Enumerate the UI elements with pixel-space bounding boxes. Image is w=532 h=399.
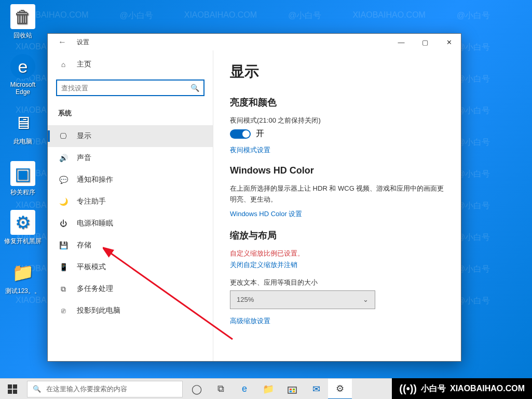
advanced-scale-link[interactable]: 高级缩放设置 (230, 316, 444, 326)
scale-value: 125% (237, 296, 254, 303)
night-light-toggle[interactable]: 开 (230, 128, 444, 139)
icon-label: Microsoft Edge (3, 81, 43, 96)
scale-select[interactable]: 125% ⌄ (230, 290, 375, 309)
brand-badge: ((•)) 小白号 XIAOBAIHAO.COM (392, 378, 532, 399)
edge-icon: e (10, 54, 35, 79)
svg-rect-7 (293, 389, 295, 390)
scale-label: 更改文本、应用等项目的大小 (230, 278, 444, 287)
nav-item-icon: ⏻ (58, 219, 69, 228)
desktop-icon-app1[interactable]: ▣ 秒关程序 (3, 161, 43, 197)
svg-rect-6 (290, 389, 292, 390)
icon-label: 此电脑 (3, 137, 43, 146)
brightness-heading: 亮度和颜色 (230, 96, 444, 109)
icon-label: 修复开机黑屏 (3, 237, 43, 246)
nav-item-icon: 🔊 (58, 154, 69, 162)
minimize-button[interactable]: — (389, 34, 413, 50)
night-light-label: 夜间模式(21:00 之前保持关闭) (230, 116, 444, 125)
home-icon: ⌂ (58, 60, 69, 69)
taskbar-store[interactable] (280, 379, 304, 400)
home-label: 主页 (77, 60, 91, 69)
search-icon: 🔍 (33, 385, 41, 393)
start-button[interactable] (0, 379, 25, 400)
nav-item-icon: ⎚ (58, 307, 69, 315)
brand-domain: XIAOBAIHAO.COM (450, 384, 525, 393)
desktop-icon-folder[interactable]: 📁 测试123。。 (3, 260, 43, 296)
app-icon: ⚙ (10, 210, 35, 235)
app-icon: ▣ (10, 161, 35, 186)
icon-label: 回收站 (3, 31, 43, 40)
svg-rect-9 (293, 391, 295, 392)
scale-heading: 缩放与布局 (230, 229, 444, 242)
desktop-icon-app2[interactable]: ⚙ 修复开机黑屏 (3, 210, 43, 246)
hdcolor-heading: Windows HD Color (230, 165, 444, 176)
nav-item-label: 平板模式 (77, 262, 106, 272)
folder-icon: 📁 (10, 260, 35, 285)
task-view-button[interactable]: ⧉ (209, 379, 233, 400)
nav-tablet[interactable]: 📱平板模式 (48, 256, 213, 278)
maximize-button[interactable]: ▢ (413, 34, 437, 50)
nav-focus-assist[interactable]: 🌙专注助手 (48, 191, 213, 212)
chevron-down-icon: ⌄ (363, 296, 369, 303)
wifi-icon: ((•)) (399, 383, 417, 395)
taskbar-search[interactable]: 🔍 在这里输入你要搜索的内容 (27, 381, 183, 397)
nav-project[interactable]: ⎚投影到此电脑 (48, 300, 213, 322)
svg-rect-3 (8, 389, 12, 393)
desktop-icon-this-pc[interactable]: 🖥 此电脑 (3, 110, 43, 146)
svg-rect-8 (290, 391, 292, 392)
toggle-state: 开 (256, 128, 264, 139)
scale-warning: 自定义缩放比例已设置。 (230, 249, 444, 258)
taskbar-settings[interactable]: ⚙ (328, 379, 352, 400)
windows-icon (8, 384, 17, 394)
home-button[interactable]: ⌂ 主页 (48, 56, 213, 73)
hdcolor-link[interactable]: Windows HD Color 设置 (230, 209, 444, 219)
search-input[interactable] (61, 84, 190, 92)
svg-rect-4 (13, 389, 17, 393)
settings-search[interactable]: 🔍 (56, 79, 204, 96)
taskbar-mail[interactable]: ✉ (304, 379, 328, 400)
brand-name: 小白号 (421, 383, 446, 394)
svg-rect-1 (8, 384, 12, 389)
nav-item-icon: 🌙 (58, 197, 69, 206)
nav-item-label: 专注助手 (77, 197, 106, 206)
taskbar-search-placeholder: 在这里输入你要搜索的内容 (46, 384, 127, 394)
close-button[interactable]: ✕ (437, 34, 461, 50)
nav-item-icon: 💬 (58, 176, 69, 184)
icon-label: 测试123。。 (3, 287, 43, 296)
nav-item-label: 通知和操作 (77, 175, 113, 184)
nav-power-sleep[interactable]: ⏻电源和睡眠 (48, 212, 213, 234)
nav-item-icon: 💾 (58, 241, 69, 249)
scale-logout-link[interactable]: 关闭自定义缩放并注销 (230, 260, 444, 270)
icon-label: 秒关程序 (3, 188, 43, 197)
pc-icon: 🖥 (10, 110, 35, 135)
svg-rect-5 (288, 387, 296, 393)
nav-item-label: 投影到此电脑 (77, 306, 120, 315)
desktop-icon-recycle-bin[interactable]: 🗑 回收站 (3, 4, 43, 40)
taskbar-explorer[interactable]: 📁 (256, 379, 280, 400)
nav-item-label: 电源和睡眠 (77, 219, 113, 228)
nav-item-label: 声音 (77, 153, 91, 163)
nav-sound[interactable]: 🔊声音 (48, 147, 213, 169)
desktop-icon-edge[interactable]: e Microsoft Edge (3, 54, 43, 96)
night-light-settings-link[interactable]: 夜间模式设置 (230, 145, 444, 155)
back-button[interactable]: ← (54, 37, 71, 47)
nav-item-icon: 🖵 (58, 132, 69, 140)
nav-notifications[interactable]: 💬通知和操作 (48, 169, 213, 191)
recycle-bin-icon: 🗑 (10, 4, 35, 29)
nav-item-label: 存储 (77, 241, 91, 250)
window-title: 设置 (77, 38, 89, 47)
nav-item-label: 显示 (77, 131, 91, 141)
settings-content: 显示 亮度和颜色 夜间模式(21:00 之前保持关闭) 开 夜间模式设置 Win… (213, 50, 461, 361)
nav-storage[interactable]: 💾存储 (48, 234, 213, 256)
category-label: 系统 (48, 105, 213, 125)
nav-item-label: 多任务处理 (77, 284, 113, 294)
settings-sidebar: ⌂ 主页 🔍 系统 🖵显示🔊声音💬通知和操作🌙专注助手⏻电源和睡眠💾存储📱平板模… (48, 50, 213, 361)
cortana-button[interactable]: ◯ (185, 379, 209, 400)
taskbar-edge[interactable]: e (233, 379, 256, 400)
nav-display[interactable]: 🖵显示 (48, 125, 213, 147)
nav-item-icon: 📱 (58, 263, 69, 271)
search-icon: 🔍 (190, 84, 199, 92)
hdcolor-desc: 在上面所选择的显示器上让 HDR 和 WCG 视频、游戏和应用中的画面更明亮、更… (230, 183, 444, 205)
titlebar: ← 设置 — ▢ ✕ (48, 34, 461, 50)
svg-rect-2 (13, 384, 17, 389)
nav-multitask[interactable]: ⧉多任务处理 (48, 278, 213, 300)
